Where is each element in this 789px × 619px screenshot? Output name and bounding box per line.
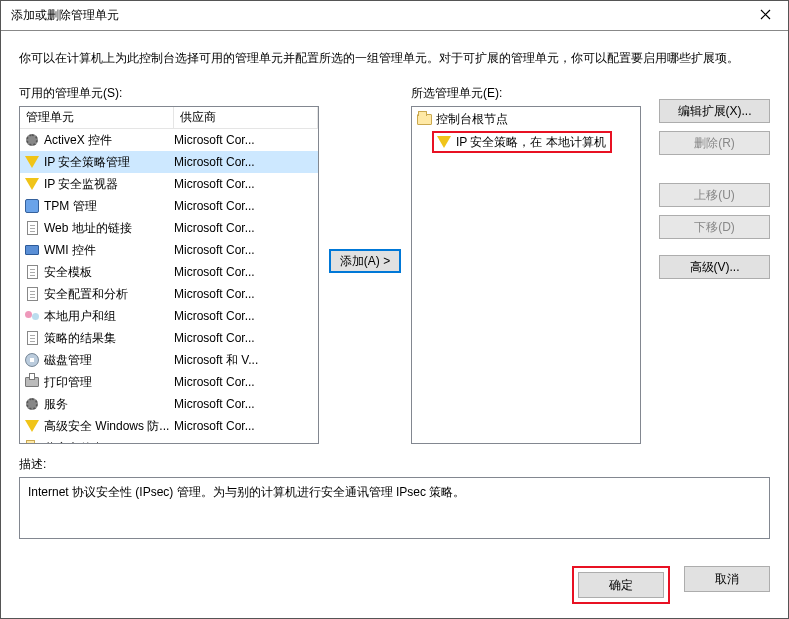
- list-row-name: 本地用户和组: [44, 308, 174, 325]
- add-button[interactable]: 添加(A) >: [329, 249, 401, 273]
- dialog-body: 你可以在计算机上为此控制台选择可用的管理单元并配置所选的一组管理单元。对于可扩展…: [1, 31, 788, 556]
- list-row[interactable]: 共享文件夹Microsoft Cor...: [20, 437, 318, 443]
- generic-icon: [24, 198, 40, 214]
- move-down-button[interactable]: 下移(D): [659, 215, 770, 239]
- tree-root-label: 控制台根节点: [436, 111, 508, 128]
- list-row[interactable]: ActiveX 控件Microsoft Cor...: [20, 129, 318, 151]
- list-row-vendor: Microsoft Cor...: [174, 243, 318, 257]
- available-list-header[interactable]: 管理单元 供应商: [20, 107, 318, 129]
- list-row-vendor: Microsoft Cor...: [174, 397, 318, 411]
- selected-column: 所选管理单元(E): 控制台根节点 IP 安全策略，在 本地计算机: [411, 85, 641, 444]
- shield-icon: [24, 418, 40, 434]
- available-list-rows[interactable]: ActiveX 控件Microsoft Cor...IP 安全策略管理Micro…: [20, 129, 318, 443]
- description-text: Internet 协议安全性 (IPsec) 管理。为与别的计算机进行安全通讯管…: [28, 485, 465, 499]
- doc-icon: [24, 220, 40, 236]
- doc-icon: [24, 330, 40, 346]
- list-row[interactable]: Web 地址的链接Microsoft Cor...: [20, 217, 318, 239]
- available-listbox[interactable]: 管理单元 供应商 ActiveX 控件Microsoft Cor...IP 安全…: [19, 106, 319, 444]
- ok-button[interactable]: 确定: [578, 572, 664, 598]
- close-button[interactable]: [742, 1, 788, 31]
- list-row-vendor: Microsoft Cor...: [174, 287, 318, 301]
- list-row[interactable]: 安全模板Microsoft Cor...: [20, 261, 318, 283]
- folder-icon: [24, 440, 40, 443]
- list-row[interactable]: 打印管理Microsoft Cor...: [20, 371, 318, 393]
- shield-icon: [24, 154, 40, 170]
- list-row[interactable]: TPM 管理Microsoft Cor...: [20, 195, 318, 217]
- move-up-button[interactable]: 上移(U): [659, 183, 770, 207]
- list-row-name: WMI 控件: [44, 242, 174, 259]
- dialog-window: 添加或删除管理单元 你可以在计算机上为此控制台选择可用的管理单元并配置所选的一组…: [0, 0, 789, 619]
- list-row-name: TPM 管理: [44, 198, 174, 215]
- cancel-button[interactable]: 取消: [684, 566, 770, 592]
- monitor-icon: [24, 242, 40, 258]
- list-row[interactable]: 高级安全 Windows 防...Microsoft Cor...: [20, 415, 318, 437]
- list-row[interactable]: 策略的结果集Microsoft Cor...: [20, 327, 318, 349]
- list-row-vendor: Microsoft 和 V...: [174, 352, 318, 369]
- description-label: 描述:: [19, 456, 770, 473]
- list-row[interactable]: 安全配置和分析Microsoft Cor...: [20, 283, 318, 305]
- folder-icon: [416, 111, 432, 127]
- gear-icon: [24, 396, 40, 412]
- columns: 可用的管理单元(S): 管理单元 供应商 ActiveX 控件Microsoft…: [19, 85, 770, 444]
- list-row-vendor: Microsoft Cor...: [174, 441, 318, 443]
- list-row-vendor: Microsoft Cor...: [174, 331, 318, 345]
- col-header-name[interactable]: 管理单元: [20, 107, 174, 128]
- list-row-vendor: Microsoft Cor...: [174, 419, 318, 433]
- description-box: Internet 协议安全性 (IPsec) 管理。为与别的计算机进行安全通讯管…: [19, 477, 770, 539]
- list-row[interactable]: WMI 控件Microsoft Cor...: [20, 239, 318, 261]
- list-row-name: 策略的结果集: [44, 330, 174, 347]
- users-icon: [24, 308, 40, 324]
- list-row-vendor: Microsoft Cor...: [174, 221, 318, 235]
- list-row[interactable]: 服务Microsoft Cor...: [20, 393, 318, 415]
- list-row-vendor: Microsoft Cor...: [174, 375, 318, 389]
- available-column: 可用的管理单元(S): 管理单元 供应商 ActiveX 控件Microsoft…: [19, 85, 319, 444]
- ok-highlight: 确定: [572, 566, 670, 604]
- disk-icon: [24, 352, 40, 368]
- list-row-vendor: Microsoft Cor...: [174, 309, 318, 323]
- list-row[interactable]: IP 安全策略管理Microsoft Cor...: [20, 151, 318, 173]
- advanced-button[interactable]: 高级(V)...: [659, 255, 770, 279]
- list-row-name: 磁盘管理: [44, 352, 174, 369]
- list-row-name: 服务: [44, 396, 174, 413]
- list-row[interactable]: 本地用户和组Microsoft Cor...: [20, 305, 318, 327]
- shield-icon: [24, 176, 40, 192]
- spacer: [659, 163, 770, 175]
- list-row[interactable]: 磁盘管理Microsoft 和 V...: [20, 349, 318, 371]
- instruction-text: 你可以在计算机上为此控制台选择可用的管理单元并配置所选的一组管理单元。对于可扩展…: [19, 49, 770, 67]
- list-row-name: 打印管理: [44, 374, 174, 391]
- list-row-vendor: Microsoft Cor...: [174, 133, 318, 147]
- titlebar: 添加或删除管理单元: [1, 1, 788, 31]
- close-icon: [760, 9, 771, 23]
- action-buttons-column: 编辑扩展(X)... 删除(R) 上移(U) 下移(D) 高级(V)...: [651, 85, 770, 279]
- list-row-name: IP 安全监视器: [44, 176, 174, 193]
- tree-child-node[interactable]: IP 安全策略，在 本地计算机: [432, 131, 612, 153]
- tree-root-node[interactable]: 控制台根节点: [414, 109, 638, 129]
- list-row-vendor: Microsoft Cor...: [174, 155, 318, 169]
- doc-icon: [24, 286, 40, 302]
- dialog-footer: 确定 取消: [1, 556, 788, 618]
- list-row-name: 安全配置和分析: [44, 286, 174, 303]
- doc-icon: [24, 264, 40, 280]
- printer-icon: [24, 374, 40, 390]
- tree-child-label: IP 安全策略，在 本地计算机: [456, 134, 606, 151]
- selected-label: 所选管理单元(E):: [411, 85, 641, 102]
- available-label: 可用的管理单元(S):: [19, 85, 319, 102]
- list-row-name: ActiveX 控件: [44, 132, 174, 149]
- list-row-vendor: Microsoft Cor...: [174, 177, 318, 191]
- list-row-name: 安全模板: [44, 264, 174, 281]
- list-row[interactable]: IP 安全监视器Microsoft Cor...: [20, 173, 318, 195]
- list-row-name: IP 安全策略管理: [44, 154, 174, 171]
- list-row-vendor: Microsoft Cor...: [174, 199, 318, 213]
- edit-extensions-button[interactable]: 编辑扩展(X)...: [659, 99, 770, 123]
- list-row-vendor: Microsoft Cor...: [174, 265, 318, 279]
- list-row-name: 共享文件夹: [44, 440, 174, 444]
- list-row-name: 高级安全 Windows 防...: [44, 418, 174, 435]
- window-title: 添加或删除管理单元: [11, 7, 742, 24]
- description-section: 描述: Internet 协议安全性 (IPsec) 管理。为与别的计算机进行安…: [19, 456, 770, 539]
- middle-column: 添加(A) >: [329, 85, 401, 273]
- col-header-vendor[interactable]: 供应商: [174, 107, 318, 128]
- selected-tree[interactable]: 控制台根节点 IP 安全策略，在 本地计算机: [411, 106, 641, 444]
- shield-icon: [436, 134, 452, 150]
- remove-button[interactable]: 删除(R): [659, 131, 770, 155]
- gear-icon: [24, 132, 40, 148]
